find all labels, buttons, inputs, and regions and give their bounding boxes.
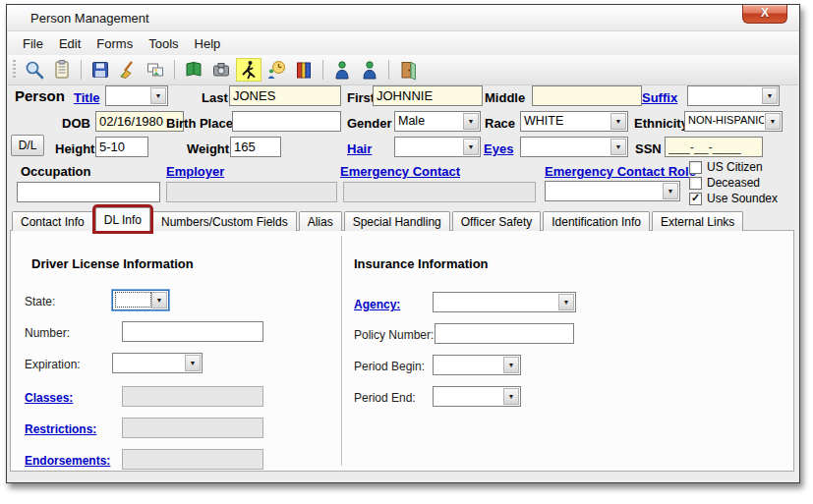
chevron-down-icon[interactable]: ▼ xyxy=(762,87,778,104)
weight-input[interactable] xyxy=(230,137,281,157)
tab-label: Numbers/Custom Fields xyxy=(161,215,288,229)
tab-external-links[interactable]: External Links xyxy=(652,211,743,231)
first-name-label: First xyxy=(347,90,375,105)
person-management-window: Person Management X File Edit Forms Tool… xyxy=(6,4,800,483)
tab-officer-safety[interactable]: Officer Safety xyxy=(452,211,541,231)
clear-button[interactable] xyxy=(115,58,141,82)
suffix-select[interactable]: ▼ xyxy=(687,85,780,106)
chevron-down-icon[interactable]: ▼ xyxy=(503,357,519,373)
gender-label: Gender xyxy=(347,116,392,131)
tab-special-handling[interactable]: Special Handling xyxy=(344,211,450,231)
title-select[interactable]: ▼ xyxy=(105,85,168,106)
eyes-link[interactable]: Eyes xyxy=(484,141,513,156)
title-link[interactable]: Title xyxy=(74,90,100,105)
address-book-button[interactable] xyxy=(181,58,206,82)
clear-broom-icon xyxy=(117,59,139,81)
suffix-link[interactable]: Suffix xyxy=(642,90,677,105)
use-soundex-checkbox[interactable] xyxy=(689,193,702,205)
close-button[interactable]: X xyxy=(742,5,787,24)
classes-link[interactable]: Classes: xyxy=(25,391,73,405)
camera-button[interactable] xyxy=(208,58,234,82)
emergency-contact-link[interactable]: Emergency Contact xyxy=(340,164,460,179)
emergency-contact-role-link[interactable]: Emergency Contact Role xyxy=(545,164,696,179)
endorsements-link[interactable]: Endorsements: xyxy=(25,454,110,468)
menu-forms[interactable]: Forms xyxy=(89,34,142,53)
chevron-down-icon[interactable]: ▼ xyxy=(463,113,479,130)
chevron-down-icon[interactable]: ▼ xyxy=(610,139,626,155)
search-icon xyxy=(24,59,45,81)
employer-link[interactable]: Employer xyxy=(166,164,224,179)
first-name-input[interactable] xyxy=(373,85,483,106)
tab-numbers-custom-fields[interactable]: Numbers/Custom Fields xyxy=(152,211,297,231)
chevron-down-icon[interactable]: ▼ xyxy=(610,113,626,130)
toolbar-grip[interactable] xyxy=(13,60,16,80)
ssn-input[interactable] xyxy=(665,137,763,157)
save-button[interactable] xyxy=(87,58,113,82)
state-label: State: xyxy=(25,295,55,308)
eyes-select[interactable]: ▼ xyxy=(520,137,628,157)
exit-door-icon xyxy=(397,59,419,81)
period-end-select[interactable]: ▼ xyxy=(433,386,521,407)
menu-file[interactable]: File xyxy=(16,34,52,53)
reports-book-icon xyxy=(293,59,315,81)
us-citizen-row: US Citizen xyxy=(689,160,763,174)
search-button[interactable] xyxy=(22,58,47,82)
ethnicity-select[interactable]: NON-HISPANIC ▼ xyxy=(684,111,783,132)
menu-tools[interactable]: Tools xyxy=(142,34,187,53)
photos-button[interactable] xyxy=(143,58,168,82)
clipboard-button[interactable] xyxy=(49,58,75,82)
last-name-input[interactable] xyxy=(229,85,341,106)
chevron-down-icon[interactable]: ▼ xyxy=(463,139,479,155)
chevron-down-icon[interactable]: ▼ xyxy=(765,113,781,130)
exit-button[interactable] xyxy=(395,58,421,82)
tab-strip: Contact Info DL Info Numbers/Custom Fiel… xyxy=(12,207,745,231)
running-person-button[interactable] xyxy=(236,58,261,82)
state-select[interactable]: ▼ xyxy=(112,290,169,310)
agency-select[interactable]: ▼ xyxy=(433,292,576,312)
occupation-input[interactable] xyxy=(17,182,160,202)
chevron-down-icon[interactable]: ▼ xyxy=(663,183,678,199)
tab-label: Contact Info xyxy=(21,215,85,229)
occupation-label: Occupation xyxy=(21,164,91,179)
tab-alias[interactable]: Alias xyxy=(299,211,342,231)
tab-contact-info[interactable]: Contact Info xyxy=(12,211,93,231)
person-1-button[interactable] xyxy=(329,58,355,82)
gender-select[interactable]: Male ▼ xyxy=(394,111,481,132)
toolbar-separator xyxy=(81,60,82,80)
reports-book-button[interactable] xyxy=(291,58,317,82)
period-begin-select[interactable]: ▼ xyxy=(433,355,521,375)
chevron-down-icon[interactable]: ▼ xyxy=(185,355,201,371)
hair-link[interactable]: Hair xyxy=(347,141,372,156)
person-section-label: Person xyxy=(15,87,65,104)
dl-number-input[interactable] xyxy=(122,321,263,342)
camera-icon xyxy=(210,59,232,81)
title-bar[interactable]: Person Management X xyxy=(7,5,799,31)
birth-place-input[interactable] xyxy=(232,111,341,132)
employer-input xyxy=(166,182,337,202)
chevron-down-icon[interactable]: ▼ xyxy=(558,294,574,310)
race-label: Race xyxy=(485,116,515,131)
menu-help[interactable]: Help xyxy=(188,34,230,53)
tab-dl-info[interactable]: DL Info xyxy=(95,207,150,231)
chevron-down-icon[interactable]: ▼ xyxy=(150,87,166,104)
chevron-down-icon[interactable]: ▼ xyxy=(151,292,167,308)
deceased-checkbox[interactable] xyxy=(689,177,702,190)
emergency-contact-role-select[interactable]: ▼ xyxy=(545,181,680,201)
race-value: WHITE xyxy=(524,114,610,128)
us-citizen-checkbox[interactable] xyxy=(689,161,702,174)
clipboard-icon xyxy=(51,59,73,81)
race-select[interactable]: WHITE ▼ xyxy=(520,111,628,132)
middle-name-input[interactable] xyxy=(532,85,642,106)
height-input[interactable] xyxy=(95,137,148,157)
menu-edit[interactable]: Edit xyxy=(52,34,89,53)
tab-identification-info[interactable]: Identification Info xyxy=(543,211,650,231)
policy-number-input[interactable] xyxy=(435,323,574,344)
restrictions-link[interactable]: Restrictions: xyxy=(25,422,96,436)
hair-select[interactable]: ▼ xyxy=(394,137,481,157)
expiration-select[interactable]: ▼ xyxy=(112,353,203,373)
chevron-down-icon[interactable]: ▼ xyxy=(503,388,519,405)
agency-link[interactable]: Agency: xyxy=(354,298,400,311)
person-history-button[interactable] xyxy=(263,58,289,82)
person-2-button[interactable] xyxy=(357,58,382,82)
dl-button[interactable]: D/L xyxy=(11,135,44,156)
